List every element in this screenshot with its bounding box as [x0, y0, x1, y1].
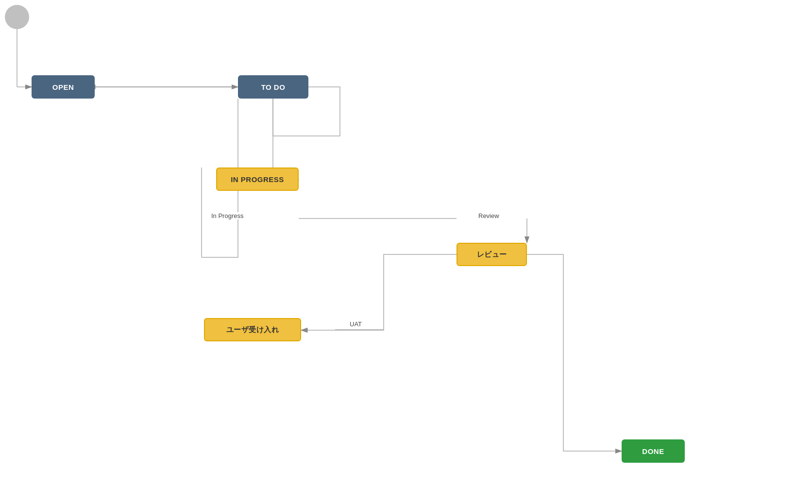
- review-node[interactable]: レビュー: [457, 243, 527, 266]
- start-node: [5, 5, 29, 29]
- uat-node[interactable]: ユーザ受け入れ: [204, 318, 301, 341]
- diagram-container: OPEN TO DO IN PROGRESS In Progress Revie…: [0, 0, 812, 504]
- review-edge-label: Review: [478, 212, 499, 219]
- open-node[interactable]: OPEN: [32, 75, 95, 99]
- arrows-svg: [0, 0, 812, 504]
- todo-node[interactable]: TO DO: [238, 75, 308, 99]
- done-node[interactable]: DONE: [622, 439, 685, 463]
- uat-edge-label: UAT: [350, 320, 362, 328]
- inprogress-node[interactable]: IN PROGRESS: [216, 168, 299, 191]
- inprogress-edge-label: In Progress: [211, 212, 243, 219]
